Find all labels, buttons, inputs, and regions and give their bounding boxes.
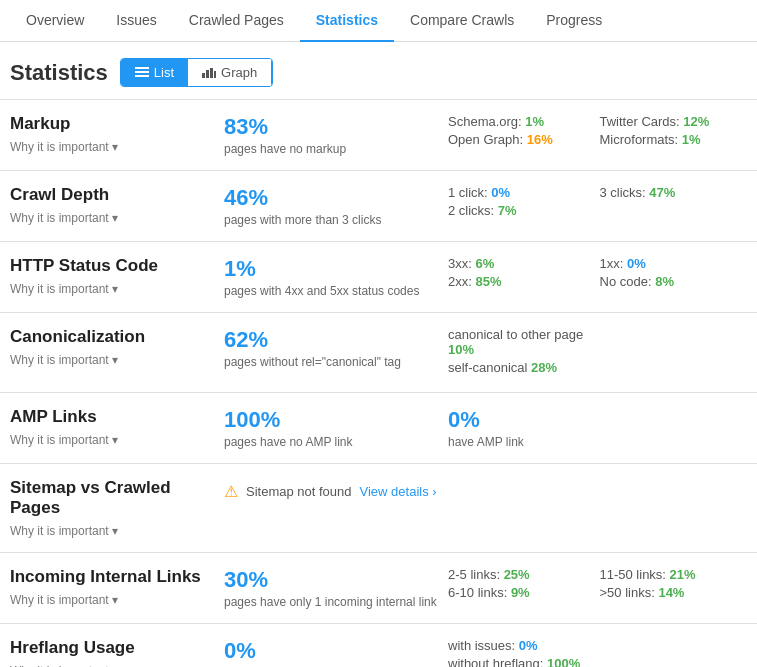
http-status-section: HTTP Status Code Why it is important ▾ 1… (0, 241, 757, 312)
internal-links-main-desc: pages have only 1 incoming internal link (224, 595, 444, 609)
crawl-depth-main-desc: pages with more than 3 clicks (224, 213, 444, 227)
internal-links-2-5: 2-5 links: 25% (448, 567, 596, 582)
crawl-depth-why-link[interactable]: Why it is important ▾ (10, 211, 118, 225)
hreflang-without: without hreflang: 100% (448, 656, 596, 667)
canonicalization-section: Canonicalization Why it is important ▾ 6… (0, 312, 757, 392)
http-status-why-link[interactable]: Why it is important ▾ (10, 282, 118, 296)
http-status-main-stat: 1% (224, 256, 444, 282)
nav-issues[interactable]: Issues (100, 0, 172, 42)
http-status-3xx: 3xx: 6% (448, 256, 596, 271)
amp-links-main-desc: pages have no AMP link (224, 435, 444, 449)
svg-rect-2 (135, 75, 149, 77)
sitemap-why-link[interactable]: Why it is important ▾ (10, 524, 118, 538)
crawl-depth-main-stat: 46% (224, 185, 444, 211)
http-status-2xx: 2xx: 85% (448, 274, 596, 289)
svg-rect-0 (135, 67, 149, 69)
http-status-main-desc: pages with 4xx and 5xx status codes (224, 284, 444, 298)
nav-overview[interactable]: Overview (10, 0, 100, 42)
markup-schema: Schema.org: 1% (448, 114, 596, 129)
http-status-nocode: No code: 8% (600, 274, 748, 289)
svg-rect-4 (206, 70, 209, 78)
amp-links-zero-stat: 0% (448, 407, 596, 433)
svg-rect-6 (214, 71, 216, 78)
markup-main-desc: pages have no markup (224, 142, 444, 156)
hreflang-section: Hreflang Usage Why it is important ▾ 0% … (0, 623, 757, 667)
markup-main-stat: 83% (224, 114, 444, 140)
svg-rect-5 (210, 68, 213, 78)
nav-compare-crawls[interactable]: Compare Crawls (394, 0, 530, 42)
svg-rect-3 (202, 73, 205, 78)
amp-links-why-link[interactable]: Why it is important ▾ (10, 433, 118, 447)
markup-why-link[interactable]: Why it is important ▾ (10, 140, 118, 154)
sitemap-not-found-text: Sitemap not found (246, 484, 352, 499)
internal-links-50plus: >50 links: 14% (600, 585, 748, 600)
graph-view-button[interactable]: Graph (188, 59, 272, 86)
internal-links-section: Incoming Internal Links Why it is import… (0, 552, 757, 623)
crawl-depth-2clicks: 2 clicks: 7% (448, 203, 596, 218)
http-status-1xx: 1xx: 0% (600, 256, 748, 271)
hreflang-with-issues: with issues: 0% (448, 638, 596, 653)
view-toggle: List Graph (120, 58, 273, 87)
page-title: Statistics (10, 60, 108, 86)
list-icon (135, 67, 149, 78)
canon-self: self-canonical 28% (448, 360, 596, 375)
top-navigation: Overview Issues Crawled Pages Statistics… (0, 0, 757, 42)
markup-title: Markup (10, 114, 220, 134)
nav-statistics[interactable]: Statistics (300, 0, 394, 42)
markup-twitter: Twitter Cards: 12% (600, 114, 748, 129)
markup-microformats: Microformats: 1% (600, 132, 748, 147)
http-status-title: HTTP Status Code (10, 256, 220, 276)
canonicalization-main-stat: 62% (224, 327, 444, 353)
amp-links-title: AMP Links (10, 407, 220, 427)
markup-opengraph: Open Graph: 16% (448, 132, 596, 147)
nav-progress[interactable]: Progress (530, 0, 618, 42)
hreflang-title: Hreflang Usage (10, 638, 220, 658)
list-view-button[interactable]: List (121, 59, 188, 86)
crawl-depth-title: Crawl Depth (10, 185, 220, 205)
canon-other: canonical to other page 10% (448, 327, 596, 357)
warning-icon: ⚠ (224, 482, 238, 501)
sitemap-section: Sitemap vs Crawled Pages Why it is impor… (0, 463, 757, 552)
canonicalization-main-desc: pages without rel="canonical" tag (224, 355, 444, 369)
internal-links-11-50: 11-50 links: 21% (600, 567, 748, 582)
crawl-depth-1click: 1 click: 0% (448, 185, 596, 200)
internal-links-main-stat: 30% (224, 567, 444, 593)
page-header: Statistics List Graph (0, 42, 757, 99)
crawl-depth-section: Crawl Depth Why it is important ▾ 46% pa… (0, 170, 757, 241)
svg-rect-1 (135, 71, 149, 73)
internal-links-why-link[interactable]: Why it is important ▾ (10, 593, 118, 607)
sitemap-title: Sitemap vs Crawled Pages (10, 478, 220, 518)
crawl-depth-3clicks: 3 clicks: 47% (600, 185, 748, 200)
internal-links-title: Incoming Internal Links (10, 567, 220, 587)
amp-links-section: AMP Links Why it is important ▾ 100% pag… (0, 392, 757, 463)
markup-section: Markup Why it is important ▾ 83% pages h… (0, 99, 757, 170)
amp-links-zero-desc: have AMP link (448, 435, 596, 449)
nav-crawled-pages[interactable]: Crawled Pages (173, 0, 300, 42)
amp-links-main-stat: 100% (224, 407, 444, 433)
canonicalization-why-link[interactable]: Why it is important ▾ (10, 353, 118, 367)
canonicalization-title: Canonicalization (10, 327, 220, 347)
hreflang-main-stat: 0% (224, 638, 444, 664)
bar-chart-icon (202, 67, 216, 78)
sitemap-view-details-link[interactable]: View details › (360, 484, 437, 499)
internal-links-6-10: 6-10 links: 9% (448, 585, 596, 600)
